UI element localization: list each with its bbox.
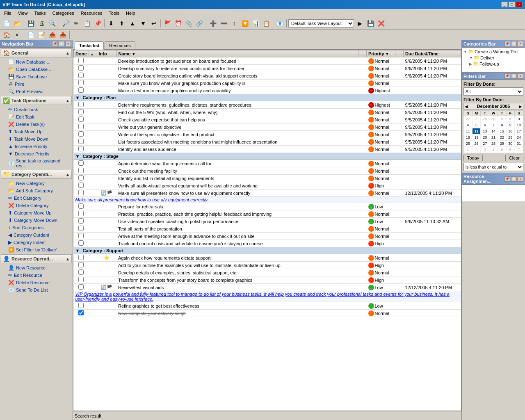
cal-cell[interactable]: 7 [515, 147, 523, 153]
menu-file[interactable]: File [2, 10, 14, 16]
nav-delete-task[interactable]: ❌Delete Task(s) [0, 121, 73, 128]
cal-cell[interactable]: 3 [481, 147, 489, 153]
table-row[interactable]: Determine requirements, guidelines, dict… [74, 101, 461, 109]
nav-print[interactable]: 🖨Print [0, 80, 73, 88]
nav-save-database[interactable]: 💾Save Database [0, 73, 73, 80]
task-done-checkbox[interactable] [78, 211, 84, 216]
task-done-checkbox[interactable] [78, 255, 84, 260]
table-row[interactable]: Practice, practice, practice, each time … [74, 210, 461, 218]
cal-cell[interactable]: 1 [464, 147, 472, 153]
tab-tasks-list[interactable]: Tasks list [75, 41, 104, 50]
task-done-checkbox[interactable] [78, 131, 84, 137]
menu-resources[interactable]: Resources [78, 10, 105, 16]
nav-task-move-up[interactable]: ⬆Task Move Up [0, 128, 73, 135]
table-row[interactable]: Develop summary to reiterate main points… [74, 65, 461, 72]
filter-pin[interactable]: 📌 [504, 73, 510, 79]
tb-view2[interactable]: 📋 [261, 19, 271, 28]
res-close[interactable]: × [518, 176, 523, 182]
cal-cell[interactable]: 27 [464, 116, 472, 122]
table-row[interactable]: 🔄🏴 Make sure all presenters know how to … [74, 189, 461, 197]
cal-cell[interactable]: 26 [472, 141, 481, 147]
table-row[interactable]: 🔄🏴 Review/test visual aids ↓ Low 12/12/2… [74, 284, 461, 291]
task-done-checkbox[interactable] [78, 80, 84, 85]
nav-decrease-priority[interactable]: ▼Decrease Priority [0, 150, 73, 158]
table-row[interactable]: Transform the concepts from your story b… [74, 276, 461, 284]
cal-cell[interactable]: 20 [481, 135, 489, 141]
task-done-checkbox[interactable] [78, 262, 84, 267]
tb2-list[interactable]: ≡ [12, 30, 22, 39]
task-note-link[interactable]: Make sure all presenters know how to use… [75, 197, 208, 202]
task-done-checkbox[interactable] [78, 269, 84, 275]
cal-cell[interactable]: 13 [481, 128, 489, 135]
tb-link[interactable]: 🔗 [194, 19, 204, 28]
cal-cell[interactable]: 3 [515, 116, 523, 122]
tb2-b3[interactable]: 📤 [47, 30, 57, 39]
cal-cell[interactable]: 5 [498, 147, 506, 153]
cal-cell[interactable]: 25 [464, 141, 472, 147]
nav-open-database[interactable]: 📂Open Database ... [0, 66, 73, 73]
table-row[interactable]: Find out the 5 W's (who, what, when, whe… [74, 109, 461, 116]
tab-resources[interactable]: Resources [105, 41, 135, 49]
tb-attach[interactable]: 📎 [184, 19, 194, 28]
cat-menu[interactable]: ▼ [511, 41, 517, 46]
task-done-checkbox[interactable] [78, 277, 84, 282]
cat-item-followup[interactable]: ▶ 📁 Follow-up [463, 61, 524, 67]
tb-preview[interactable]: 🔍 [47, 19, 57, 28]
table-row[interactable]: Refine graphics to get best effectivenes… [74, 302, 461, 310]
filter-menu[interactable]: ▼ [511, 73, 517, 79]
tb-undo[interactable]: ↩ [149, 19, 159, 28]
cat-pin[interactable]: 📌 [504, 41, 510, 46]
menu-tools[interactable]: Tools [106, 10, 122, 16]
table-row[interactable]: Again determine what the requirements ca… [74, 160, 461, 167]
tb-edit[interactable]: ✏ [71, 19, 81, 28]
tb-new[interactable]: 📄 [2, 19, 11, 28]
nav-delete-resource[interactable]: ❌Delete Resource [0, 279, 73, 286]
close-button[interactable]: × [516, 2, 523, 7]
menu-help[interactable]: Help [123, 10, 138, 16]
nav-new-database[interactable]: 📄New Database ... [0, 58, 73, 66]
section-cat-ops[interactable]: 📁 Category Operati... ▲ [1, 170, 72, 179]
tb-alarm[interactable]: ⏰ [173, 19, 183, 28]
cal-cell[interactable]: 4 [489, 147, 498, 153]
tb2-home[interactable]: 🏠 [2, 30, 11, 39]
tb-print[interactable]: 🖨 [37, 19, 46, 28]
task-done-checkbox[interactable] [78, 65, 84, 71]
layout-selector[interactable]: Default Task View Layout [288, 19, 354, 27]
nav-new-resource[interactable]: 👤New Resource [0, 264, 73, 272]
category-expand[interactable]: ▼ [75, 248, 80, 253]
table-row[interactable]: Make sure you know what your graphics pr… [74, 80, 461, 87]
task-done-checkbox[interactable] [78, 73, 84, 78]
table-row[interactable]: Write out the specific objective - the e… [74, 131, 461, 138]
table-row[interactable]: Identify and assess audience ! Normal 9/… [74, 146, 461, 153]
cal-cell[interactable]: 6 [506, 147, 515, 153]
task-done-checkbox[interactable] [78, 87, 84, 93]
tb2-b1[interactable]: 📄 [26, 30, 36, 39]
task-done-checkbox[interactable] [78, 310, 84, 315]
tb-filter[interactable]: 🔽 [240, 19, 250, 28]
cal-cell[interactable]: 30 [506, 141, 515, 147]
table-row[interactable]: Write out your general objective ! Norma… [74, 123, 461, 131]
tb2-b2[interactable]: 📝 [37, 30, 46, 39]
nav-add-sub-category[interactable]: 📂Add Sub Category [0, 187, 73, 194]
nav-category-outdent[interactable]: ◀Category Outdent [0, 231, 73, 239]
tb-move-up[interactable]: ⬆ [117, 19, 127, 28]
task-note-link[interactable]: VIP Organizer is a powerful and fully-fe… [75, 292, 450, 301]
nav-category-move-up[interactable]: ⬆Category Move Up [0, 209, 73, 217]
table-row[interactable]: Identify and list in detail all staging … [74, 175, 461, 182]
table-row[interactable]: Check available expertise that can help … [74, 116, 461, 123]
task-done-checkbox[interactable] [78, 284, 84, 290]
table-row[interactable]: Add to your outline the examples you wil… [74, 262, 461, 269]
cal-cell[interactable]: 18 [464, 135, 472, 141]
task-done-checkbox[interactable] [78, 203, 84, 209]
cal-cell[interactable]: 17 [515, 128, 523, 135]
cal-cell[interactable]: 4 [464, 122, 472, 128]
cal-next[interactable]: ▶ [519, 104, 522, 109]
tb-flag[interactable]: 🚩 [162, 19, 172, 28]
tb-layout-save[interactable]: 💾 [365, 19, 375, 28]
cal-cell[interactable]: 14 [489, 128, 498, 135]
cal-cell[interactable]: 10 [515, 122, 523, 128]
nav-new-category[interactable]: 📁New Category [0, 180, 73, 187]
tb-email[interactable]: 📧 [275, 19, 285, 28]
cal-today[interactable]: 12 [472, 128, 481, 135]
tb-pri-up[interactable]: ▲ [128, 19, 137, 28]
